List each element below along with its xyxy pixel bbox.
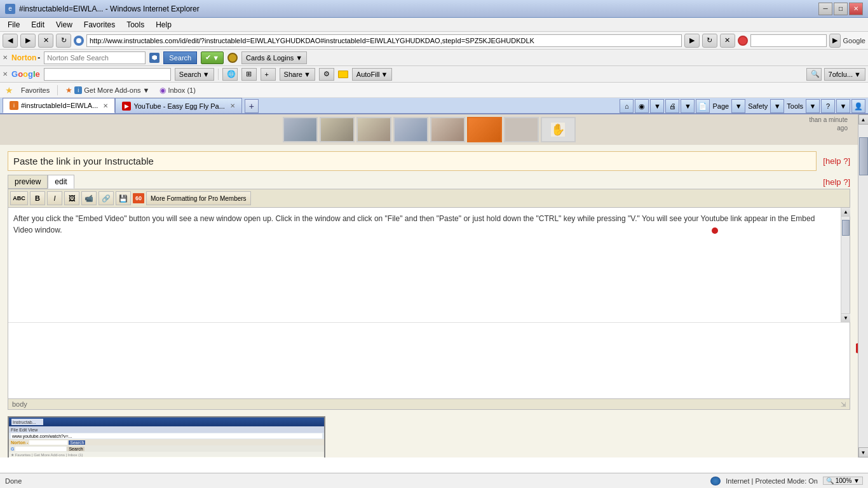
editor-body[interactable]: After you click the "Embed Video" button… xyxy=(8,208,841,322)
google-addon-btn3[interactable]: + xyxy=(261,68,276,81)
tools-dropdown[interactable]: ▼ xyxy=(806,99,820,113)
gtb-right-dropdown[interactable]: 7ofclu... ▼ xyxy=(824,68,865,81)
thumb-3[interactable] xyxy=(356,117,391,142)
gtb-right: 🔍 7ofclu... ▼ xyxy=(806,68,865,81)
menu-tools[interactable]: Tools xyxy=(121,19,149,30)
google-addon-btn1[interactable]: 🌐 xyxy=(222,68,238,81)
page-dropdown[interactable]: ▼ xyxy=(731,99,745,113)
close-button[interactable]: ✕ xyxy=(849,3,863,15)
main-scrollbar[interactable]: ▲ ▼ xyxy=(858,114,868,458)
tab-preview[interactable]: preview xyxy=(8,175,48,189)
google-search-button[interactable]: Search ▼ xyxy=(175,68,214,81)
gtb-right-btn[interactable]: 🔍 xyxy=(806,68,822,81)
norton-close-icon[interactable]: ✕ xyxy=(3,54,8,61)
editor-scrollbar[interactable]: ▲ ▼ xyxy=(841,208,850,322)
scroll-thumb[interactable] xyxy=(859,137,868,175)
bold-button[interactable]: B xyxy=(30,191,45,205)
resize-handle[interactable]: ⇲ xyxy=(841,401,846,408)
thumb-6-active[interactable] xyxy=(467,117,502,142)
norton-search-input[interactable] xyxy=(44,51,146,64)
editor-footer: body ⇲ xyxy=(8,398,850,409)
rss-dropdown[interactable]: ▼ xyxy=(650,99,664,113)
print-button[interactable]: 🖨 xyxy=(665,99,679,113)
safety-label[interactable]: Safety xyxy=(747,102,769,110)
refresh-button[interactable]: ↻ xyxy=(56,34,71,48)
thumb-7[interactable] xyxy=(504,117,539,142)
body-label: body xyxy=(12,400,27,408)
google-search-input[interactable] xyxy=(44,68,171,81)
tab-instructables[interactable]: i #instructableId=EIWLA... ✕ xyxy=(3,98,115,113)
ie-search-input[interactable] xyxy=(750,34,827,47)
tab-edit[interactable]: edit xyxy=(48,175,74,189)
tools-label[interactable]: Tools xyxy=(785,102,804,110)
menu-help[interactable]: Help xyxy=(151,19,177,30)
more-formatting-button[interactable]: More Formatting for Pro Members xyxy=(146,191,251,205)
forward-button[interactable]: ▶ xyxy=(20,34,36,48)
menu-bar: File Edit View Favorites Tools Help xyxy=(0,18,868,32)
print-dropdown[interactable]: ▼ xyxy=(681,99,695,113)
rss-button[interactable]: ◉ xyxy=(635,99,649,113)
scroll-up-btn[interactable]: ▲ xyxy=(858,114,869,125)
tab-instructables-close[interactable]: ✕ xyxy=(103,102,108,109)
thumb-4[interactable] xyxy=(393,117,428,142)
stop-page-button[interactable]: ✕ xyxy=(720,34,735,48)
scroll-down-button[interactable]: ▼ xyxy=(841,313,850,322)
favorites-button[interactable]: Favorites xyxy=(18,85,52,95)
italic-button[interactable]: I xyxy=(47,191,62,205)
new-tab-button[interactable]: + xyxy=(245,99,259,113)
fav-separator xyxy=(57,85,58,95)
home-button[interactable]: ⌂ xyxy=(620,99,634,113)
page-button[interactable]: 📄 xyxy=(696,99,710,113)
address-input[interactable] xyxy=(86,34,682,47)
menu-view[interactable]: View xyxy=(51,19,78,30)
thumb-1[interactable] xyxy=(283,117,318,142)
menu-file[interactable]: File xyxy=(3,19,25,30)
video-button[interactable]: 📹 xyxy=(81,191,97,205)
scroll-up-button[interactable]: ▲ xyxy=(841,208,850,217)
tabs-help-row: preview edit [help ?] xyxy=(8,175,850,189)
user-button[interactable]: 👤 xyxy=(851,99,865,113)
window-controls[interactable]: ─ □ ✕ xyxy=(818,3,863,15)
back-button[interactable]: ◀ xyxy=(3,34,18,48)
get-addons-button[interactable]: ★ i Get More Add-ons ▼ xyxy=(63,85,152,96)
go-button[interactable]: ▶ xyxy=(684,34,700,48)
page-label[interactable]: Page xyxy=(711,102,730,110)
settings-button[interactable]: ⚙ xyxy=(319,68,334,81)
zoom-button[interactable]: 🔍 100% ▼ xyxy=(823,477,863,485)
editor-empty-area[interactable]: This is the box I told you about. xyxy=(8,322,850,398)
scroll-down-btn[interactable]: ▼ xyxy=(858,447,869,458)
save-button[interactable]: 💾 xyxy=(116,191,131,205)
link-button[interactable]: 🔗 xyxy=(98,191,114,205)
autofill-button[interactable]: AutoFill ▼ xyxy=(352,68,393,81)
tab-youtube[interactable]: ▶ YouTube - Easy Egg Fly Pa... ✕ xyxy=(115,98,241,113)
scroll-thumb[interactable] xyxy=(842,220,850,236)
refresh-page-button[interactable]: ↻ xyxy=(702,34,717,48)
check-icon: ✔ xyxy=(205,53,211,62)
help-dropdown[interactable]: ▼ xyxy=(836,99,850,113)
norton-search-button[interactable]: Search xyxy=(163,51,197,64)
safety-dropdown[interactable]: ▼ xyxy=(770,99,784,113)
help-link-2[interactable]: [help ?] xyxy=(823,177,850,187)
spellcheck-button[interactable]: ABC xyxy=(10,191,28,205)
stop-button[interactable]: ✕ xyxy=(38,34,53,48)
minimize-button[interactable]: ─ xyxy=(818,3,832,15)
tab-youtube-close[interactable]: ✕ xyxy=(230,102,235,109)
share-button[interactable]: Share ▼ xyxy=(280,68,315,81)
thumb-5[interactable] xyxy=(430,117,465,142)
menu-favorites[interactable]: Favorites xyxy=(79,19,120,30)
norton-toolbar: ✕ Norton - Search ✔ ▼ Cards & Logins ▼ xyxy=(0,50,868,66)
menu-edit[interactable]: Edit xyxy=(26,19,50,30)
inbox-button[interactable]: ◉ Inbox (1) xyxy=(157,85,198,96)
norton-check-button[interactable]: ✔ ▼ xyxy=(201,51,224,64)
help-button[interactable]: ? xyxy=(821,99,835,113)
help-link-1[interactable]: [help ?] xyxy=(823,156,850,166)
thumb-8[interactable]: ✋ xyxy=(541,117,576,142)
maximize-button[interactable]: □ xyxy=(834,3,848,15)
cards-logins-button[interactable]: Cards & Logins ▼ xyxy=(241,51,307,64)
gtb-close-icon[interactable]: ✕ xyxy=(3,71,8,78)
ie-search-button[interactable]: ▶ xyxy=(829,34,841,48)
image-button[interactable]: 🖼 xyxy=(64,191,79,205)
thumb-2[interactable] xyxy=(320,117,355,142)
google-addon-btn2[interactable]: ⊞ xyxy=(241,68,257,81)
zoom-search-icon: 🔍 xyxy=(826,477,834,484)
